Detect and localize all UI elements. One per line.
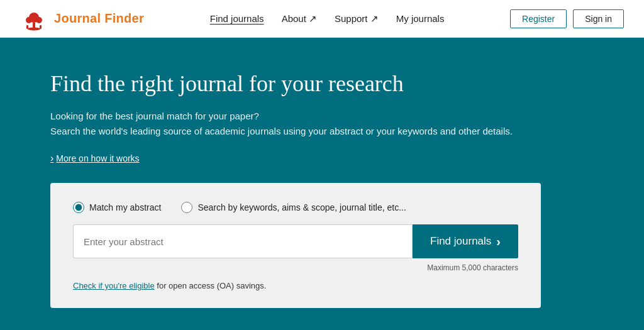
header-nav: Find journals About ↗ Support ↗ My journ…: [210, 13, 445, 25]
search-type-radio-group: Match my abstract Search by keywords, ai…: [73, 202, 518, 213]
radio-keywords-label[interactable]: Search by keywords, aims & scope, journa…: [181, 202, 406, 213]
header: Journal Finder Find journals About ↗ Sup…: [0, 0, 644, 38]
nav-support[interactable]: Support ↗: [335, 13, 379, 25]
search-card-container: Match my abstract Search by keywords, ai…: [50, 183, 594, 308]
find-journals-label: Find journals: [430, 235, 491, 248]
radio-abstract-text: Match my abstract: [89, 202, 161, 212]
char-limit-note: Maximum 5,000 characters: [73, 263, 518, 272]
svg-point-4: [36, 17, 42, 23]
radio-abstract[interactable]: [73, 202, 84, 213]
header-actions: Register Sign in: [510, 9, 624, 28]
radio-abstract-label[interactable]: Match my abstract: [73, 202, 161, 213]
hero-subtitle-line1: Looking for the best journal match for y…: [50, 109, 594, 124]
svg-rect-7: [40, 25, 42, 29]
svg-point-3: [26, 17, 32, 23]
brand-title: Journal Finder: [54, 11, 144, 26]
nav-find-journals[interactable]: Find journals: [210, 13, 264, 24]
radio-keywords-text: Search by keywords, aims & scope, journa…: [197, 202, 406, 212]
chevron-icon: ›: [50, 153, 53, 164]
svg-point-5: [28, 27, 40, 30]
oa-eligibility-link[interactable]: Check if you're eligible: [73, 281, 155, 290]
hero-subtitle-line2: Search the world's leading source of aca…: [50, 124, 594, 139]
find-journals-button[interactable]: Find journals ›: [413, 224, 518, 258]
radio-keywords[interactable]: [181, 202, 192, 213]
arrow-right-icon: ›: [496, 234, 501, 249]
signin-button[interactable]: Sign in: [573, 9, 624, 28]
abstract-input[interactable]: [73, 224, 413, 258]
oa-suffix-text: for open access (OA) savings.: [155, 281, 267, 290]
how-it-works-label: More on how it works: [56, 153, 139, 163]
hero-subtitle: Looking for the best journal match for y…: [50, 109, 594, 139]
header-brand: Journal Finder: [20, 5, 144, 33]
how-it-works-link[interactable]: › More on how it works: [50, 153, 594, 164]
elsevier-logo-icon: [20, 5, 48, 33]
hero-section: Find the right journal for your research…: [0, 38, 644, 330]
search-card: Match my abstract Search by keywords, ai…: [50, 183, 541, 308]
register-button[interactable]: Register: [510, 9, 567, 28]
nav-my-journals[interactable]: My journals: [396, 13, 445, 24]
oa-savings-row: Check if you're eligible for open access…: [73, 281, 518, 290]
search-input-row: Find journals ›: [73, 224, 518, 258]
hero-title: Find the right journal for your research: [50, 70, 594, 97]
svg-rect-6: [26, 25, 28, 29]
nav-about[interactable]: About ↗: [282, 13, 317, 25]
